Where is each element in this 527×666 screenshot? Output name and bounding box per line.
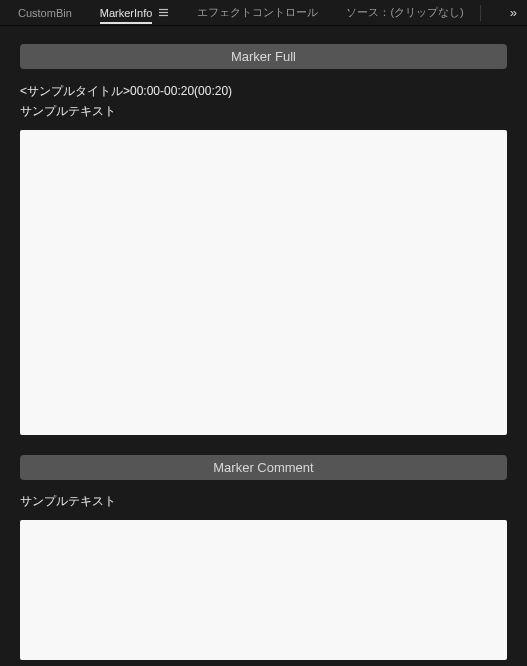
tab-label: MarkerInfo <box>100 7 153 24</box>
section-header-full: Marker Full <box>20 44 507 69</box>
tab-custom-bin[interactable]: CustomBin <box>4 0 86 25</box>
tab-effect-controls[interactable]: エフェクトコントロール <box>183 0 332 25</box>
marker-title-line: <サンプルタイトル>00:00-00:20(00:20) <box>20 83 507 100</box>
marker-full-content-box[interactable] <box>20 130 507 435</box>
marker-sample-text: サンプルテキスト <box>20 103 507 120</box>
marker-comment-content-box[interactable] <box>20 520 507 660</box>
tab-marker-info[interactable]: MarkerInfo <box>86 0 184 25</box>
comment-sample-text: サンプルテキスト <box>20 493 507 510</box>
section-header-comment: Marker Comment <box>20 455 507 480</box>
tab-label: ソース：(クリップなし) <box>346 5 463 20</box>
hamburger-menu-icon[interactable] <box>158 7 169 18</box>
tab-label: エフェクトコントロール <box>197 5 318 20</box>
panel-content: Marker Full <サンプルタイトル>00:00-00:20(00:20)… <box>0 26 527 660</box>
tab-divider <box>480 5 481 21</box>
tab-bar: CustomBin MarkerInfo エフェクトコントロール ソース：(クリ… <box>0 0 527 26</box>
tab-source[interactable]: ソース：(クリップなし) <box>332 0 477 25</box>
overflow-chevron-icon[interactable]: » <box>502 0 523 25</box>
tab-label: CustomBin <box>18 7 72 19</box>
